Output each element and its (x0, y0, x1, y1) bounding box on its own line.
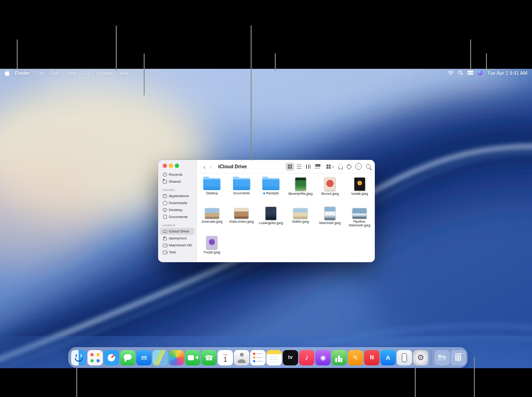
pages-dock-icon[interactable]: ✎ (348, 350, 363, 365)
group-by-button[interactable]: ∨ (326, 165, 334, 169)
minimize-window-button[interactable] (169, 164, 173, 168)
system-settings-dock-icon[interactable]: ⚙ (413, 350, 428, 365)
sidebar-item-label: Test (169, 250, 176, 254)
forward-button[interactable]: › (207, 163, 213, 170)
window-title: iCloud Drive (218, 164, 247, 169)
maps-dock-icon[interactable] (153, 350, 168, 365)
icloud-icon (162, 229, 167, 234)
file-pipeline-mammoth[interactable]: Pipeline-Mammoth.jpeg (345, 205, 375, 234)
podcasts-dock-icon[interactable]: ◉ (315, 350, 331, 365)
sidebar-item-test[interactable]: Test (160, 249, 194, 256)
safari-dock-icon[interactable] (104, 350, 119, 365)
calendar-dock-icon[interactable]: Tue 1 (218, 350, 233, 365)
image-thumbnail (206, 236, 217, 249)
callout-line-status-menus (470, 40, 471, 69)
sidebar-section-header: Favorites (162, 188, 196, 192)
sidebar-item-icloud-drive[interactable]: iCloud Drive (160, 228, 194, 235)
trash-dock-icon[interactable] (451, 350, 466, 365)
zoom-window-button[interactable] (175, 164, 179, 168)
contacts-dock-icon[interactable] (234, 350, 249, 365)
gallery-view-button[interactable] (313, 163, 322, 171)
menu-file[interactable]: File (33, 70, 47, 76)
app-store-dock-icon[interactable]: A (380, 350, 396, 365)
file-kidslondon[interactable]: KidsLondon.jpeg (227, 205, 257, 234)
wifi-icon[interactable] (447, 70, 454, 75)
image-thumbnail (352, 208, 366, 218)
callout-line-menu-bar (116, 26, 117, 71)
facetime-dock-icon[interactable] (185, 350, 200, 365)
file-losangeles[interactable]: LosAngeles.jpeg (256, 205, 286, 234)
siri-icon[interactable] (478, 70, 483, 75)
image-thumbnail (293, 208, 307, 218)
messages-dock-icon[interactable] (120, 350, 135, 365)
numbers-dock-icon[interactable] (332, 350, 347, 365)
reminders-dock-icon[interactable] (250, 350, 266, 365)
close-window-button[interactable] (163, 164, 167, 168)
file-malibu[interactable]: Malibu.jpeg (286, 205, 316, 234)
mail-dock-icon[interactable]: ✉ (136, 350, 152, 365)
spotlight-search-icon[interactable] (458, 70, 463, 75)
downloads-icon (162, 201, 167, 205)
sidebar-item-macintosh-hd[interactable]: Macintosh HD (160, 242, 194, 249)
menu-bar-clock[interactable]: Tue Apr 1 9:41 AM (487, 70, 527, 76)
menu-go[interactable]: Go (80, 70, 93, 76)
search-button[interactable] (366, 164, 371, 169)
chevron-down-icon: ∨ (332, 165, 334, 168)
finder-window: Recents Shared Favorites Applications Do… (158, 160, 375, 262)
control-center-icon[interactable] (467, 71, 473, 75)
notes-dock-icon[interactable] (266, 350, 282, 365)
sidebar-item-home[interactable]: dannyrico1 (160, 235, 194, 242)
news-dock-icon[interactable]: N (364, 350, 379, 365)
back-button[interactable]: ‹ (201, 163, 207, 170)
file-label: Receipts (263, 192, 279, 195)
column-view-button[interactable] (304, 163, 313, 171)
more-options-button[interactable] (355, 163, 362, 170)
file-label: Pipeline-Mammoth.jpeg (346, 220, 373, 228)
sidebar-item-recents[interactable]: Recents (160, 171, 194, 178)
iphone-mirroring-dock-icon[interactable] (397, 350, 412, 365)
file-desktop-folder[interactable]: Desktop (197, 176, 227, 205)
menu-edit[interactable]: Edit (47, 70, 62, 76)
callout-line-control-center (486, 53, 487, 69)
finder-dock-icon[interactable] (71, 350, 86, 365)
file-receipts-folder[interactable]: Receipts (256, 176, 286, 205)
file-purple[interactable]: Purple.jpeg (197, 234, 227, 262)
list-view-button[interactable] (295, 163, 304, 171)
photos-dock-icon[interactable] (169, 350, 184, 365)
sidebar-item-applications[interactable]: Applications (160, 192, 194, 199)
apple-menu[interactable] (5, 70, 12, 76)
music-dock-icon[interactable]: ♪ (299, 350, 314, 365)
sidebar-item-shared[interactable]: Shared (160, 178, 194, 185)
sidebar-item-documents[interactable]: Documents (160, 213, 194, 220)
sidebar-section-header: Locations (162, 224, 196, 227)
callout-line-trash (474, 357, 475, 397)
menu-view[interactable]: View (62, 70, 80, 76)
sidebar-item-label: Recents (169, 172, 182, 177)
apple-tv-dock-icon[interactable]: tv (283, 350, 298, 365)
share-button[interactable] (338, 164, 342, 169)
file-beverlyhills[interactable]: BeverlyHills.jpeg (286, 176, 316, 205)
file-isolate[interactable]: Isolate.jpeg (345, 176, 375, 205)
icon-view-button[interactable] (286, 163, 294, 171)
menu-window[interactable]: Window (93, 70, 116, 76)
menu-help[interactable]: Help (116, 70, 133, 76)
launchpad-dock-icon[interactable] (87, 350, 103, 365)
tags-button[interactable] (346, 164, 351, 169)
file-junelake[interactable]: JuneLake.jpeg (197, 205, 227, 234)
file-mammoth[interactable]: Mammoth.jpeg (315, 205, 345, 234)
file-label: Brunch.jpeg (321, 192, 339, 196)
sidebar-item-downloads[interactable]: Downloads (160, 199, 194, 206)
menu-finder[interactable]: Finder (12, 70, 33, 76)
gear-icon: ⚙ (417, 354, 424, 362)
file-documents-folder[interactable]: Documents (227, 176, 257, 205)
downloads-dock-icon[interactable]: ↓ (434, 350, 450, 365)
view-switcher (286, 163, 322, 171)
grid-view-icon (288, 165, 292, 169)
icloud-sync-badge (263, 192, 265, 194)
hard-disk-icon (162, 250, 167, 255)
image-thumbnail (205, 208, 219, 218)
phone-dock-icon[interactable]: ☎ (201, 350, 217, 365)
file-brunch[interactable]: Brunch.jpeg (315, 176, 345, 205)
sidebar-item-desktop[interactable]: Desktop (160, 206, 194, 213)
file-label: BeverlyHills.jpeg (288, 192, 313, 196)
